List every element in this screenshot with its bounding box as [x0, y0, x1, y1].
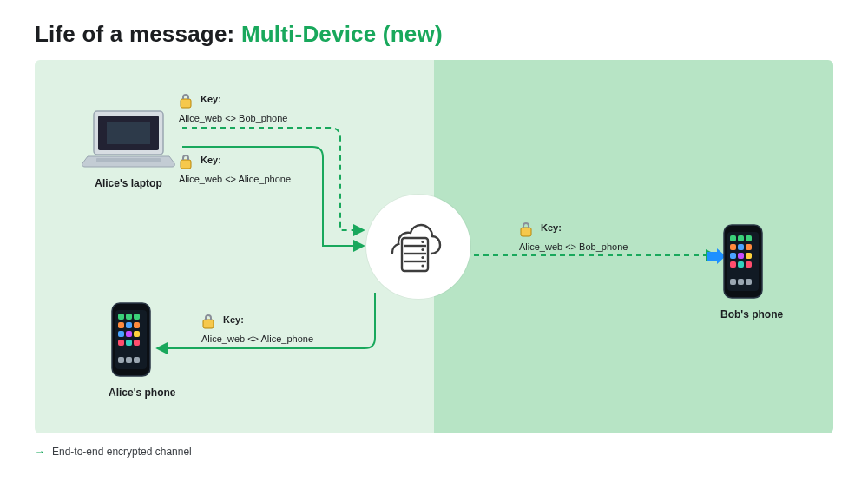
- key-label-2: Key: Alice_web <> Alice_phone: [179, 154, 291, 186]
- key-pair: Alice_web <> Alice_phone: [179, 174, 291, 184]
- key-title: Key:: [201, 155, 221, 165]
- svg-rect-24: [134, 340, 140, 346]
- svg-rect-35: [746, 244, 752, 250]
- title-accent: Multi-Device (new): [241, 21, 443, 47]
- key-title: Key:: [201, 94, 221, 104]
- padlock-icon: [179, 154, 193, 173]
- svg-rect-36: [738, 244, 744, 250]
- svg-rect-43: [730, 279, 736, 285]
- page-title: Life of a message: Multi-Device (new): [35, 21, 833, 48]
- svg-rect-10: [107, 122, 150, 144]
- svg-rect-46: [181, 99, 191, 108]
- svg-rect-28: [134, 357, 140, 363]
- svg-rect-11: [96, 158, 161, 162]
- svg-rect-48: [203, 320, 214, 328]
- svg-rect-14: [118, 314, 124, 320]
- svg-rect-26: [118, 357, 124, 363]
- svg-point-7: [421, 264, 424, 267]
- svg-rect-15: [126, 314, 132, 320]
- bob-phone-label: Bob's phone: [720, 308, 766, 320]
- bob-phone-node: Bob's phone: [720, 223, 766, 320]
- svg-rect-16: [134, 314, 140, 320]
- svg-rect-41: [746, 261, 752, 268]
- phone-icon: [110, 301, 152, 378]
- padlock-icon: [179, 93, 193, 112]
- svg-rect-44: [738, 279, 744, 285]
- server-node: [366, 195, 470, 299]
- alice-laptop-node: Alice's laptop: [76, 108, 181, 189]
- key-pair: Alice_web <> Bob_phone: [179, 113, 287, 123]
- phone-icon: [722, 223, 764, 300]
- legend-text: End-to-end encrypted channel: [52, 446, 192, 458]
- legend-arrow-icon: →: [35, 446, 45, 458]
- padlock-icon: [519, 221, 533, 241]
- svg-rect-21: [126, 331, 132, 337]
- svg-rect-32: [738, 235, 744, 241]
- svg-point-6: [421, 256, 424, 259]
- svg-rect-33: [746, 235, 752, 241]
- svg-rect-25: [126, 340, 132, 346]
- key-label-4: Key: Alice_web <> Bob_phone: [519, 221, 628, 254]
- svg-rect-49: [521, 228, 531, 236]
- svg-rect-40: [730, 261, 736, 268]
- alice-phone-label: Alice's phone: [108, 387, 154, 399]
- laptop-icon: [81, 108, 176, 169]
- svg-rect-27: [126, 357, 132, 363]
- svg-rect-42: [738, 261, 744, 268]
- svg-rect-31: [730, 235, 736, 241]
- key-title: Key:: [541, 222, 562, 233]
- svg-rect-47: [181, 160, 191, 169]
- alice-phone-node: Alice's phone: [108, 301, 154, 399]
- svg-rect-19: [126, 322, 132, 328]
- svg-rect-37: [730, 253, 736, 259]
- svg-rect-17: [118, 322, 124, 328]
- diagram-canvas: Alice's laptop Alice's phone: [35, 60, 833, 433]
- key-pair: Alice_web <> Alice_phone: [201, 334, 313, 344]
- svg-rect-22: [134, 331, 140, 337]
- svg-point-4: [421, 241, 424, 243]
- svg-rect-45: [746, 279, 752, 285]
- svg-rect-23: [118, 340, 124, 346]
- svg-rect-34: [730, 244, 736, 250]
- svg-rect-20: [118, 331, 124, 337]
- key-pair: Alice_web <> Bob_phone: [519, 241, 628, 252]
- server-cloud-icon: [385, 219, 452, 274]
- svg-rect-38: [738, 253, 744, 259]
- svg-rect-18: [134, 322, 140, 328]
- alice-laptop-label: Alice's laptop: [76, 177, 181, 189]
- title-prefix: Life of a message:: [35, 21, 241, 47]
- key-label-1: Key: Alice_web <> Bob_phone: [179, 93, 287, 125]
- padlock-icon: [201, 314, 215, 333]
- key-label-3: Key: Alice_web <> Alice_phone: [201, 314, 313, 346]
- svg-point-5: [421, 248, 424, 251]
- key-title: Key:: [223, 314, 244, 325]
- legend: → End-to-end encrypted channel: [35, 446, 833, 458]
- svg-rect-39: [746, 253, 752, 259]
